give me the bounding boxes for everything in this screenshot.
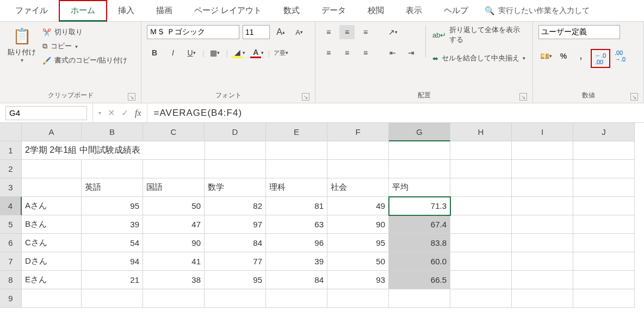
cell[interactable] — [450, 252, 512, 271]
cell[interactable]: 84 — [266, 271, 327, 289]
cell[interactable]: 67.4 — [389, 215, 450, 234]
cell[interactable]: 90 — [327, 215, 389, 234]
tab-page-layout[interactable]: ページ レイアウト — [183, 1, 273, 20]
cell[interactable]: 95 — [327, 234, 389, 252]
cell[interactable] — [82, 289, 143, 308]
percent-button[interactable]: % — [556, 49, 571, 63]
row-header[interactable]: 3 — [0, 178, 22, 197]
row-header[interactable]: 5 — [0, 215, 22, 234]
cell[interactable]: 96 — [266, 234, 327, 252]
cell[interactable] — [205, 160, 266, 178]
cell[interactable] — [512, 234, 573, 252]
cell[interactable]: 94 — [82, 252, 143, 271]
cell[interactable]: 平均 — [389, 178, 450, 197]
tab-insert[interactable]: 挿入 — [107, 1, 145, 20]
cell[interactable] — [512, 141, 573, 160]
cell[interactable]: 83.8 — [389, 234, 450, 252]
cell[interactable] — [573, 141, 635, 160]
cell[interactable] — [512, 197, 573, 215]
cell[interactable] — [573, 178, 635, 197]
cell[interactable] — [450, 234, 512, 252]
cell[interactable] — [22, 178, 82, 197]
cell[interactable] — [573, 271, 635, 289]
formula-dropdown-icon[interactable]: ▾ — [98, 110, 101, 116]
cell[interactable]: 39 — [266, 252, 327, 271]
format-painter-button[interactable]: 🖌️ 書式のコピー/貼り付け — [42, 55, 127, 65]
col-header-B[interactable]: B — [82, 123, 143, 141]
cell[interactable]: 国語 — [143, 178, 205, 197]
name-box[interactable] — [5, 106, 87, 120]
row-header[interactable]: 1 — [0, 141, 22, 160]
cell[interactable] — [327, 160, 389, 178]
tab-review[interactable]: 校閲 — [357, 1, 395, 20]
cell[interactable]: 50 — [143, 197, 205, 215]
cell[interactable] — [573, 160, 635, 178]
cell[interactable] — [450, 271, 512, 289]
cell[interactable]: Cさん — [22, 234, 82, 252]
copy-button[interactable]: ⧉ コピー ▾ — [42, 41, 127, 51]
col-header-J[interactable]: J — [573, 123, 635, 141]
orientation-button[interactable]: ↗▾ — [385, 25, 400, 39]
dialog-launcher-icon[interactable]: ↘ — [302, 93, 309, 101]
cell[interactable]: 54 — [82, 234, 143, 252]
fill-color-button[interactable]: ◢▾ — [231, 46, 246, 60]
border-button[interactable]: ▦▾ — [207, 46, 222, 60]
row-header[interactable]: 7 — [0, 252, 22, 271]
col-header-D[interactable]: D — [205, 123, 266, 141]
cell[interactable] — [205, 289, 266, 308]
phonetic-button[interactable]: ア亜▾ — [273, 46, 288, 60]
row-header[interactable]: 2 — [0, 160, 22, 178]
col-header-I[interactable]: I — [512, 123, 573, 141]
col-header-F[interactable]: F — [327, 123, 389, 141]
cell[interactable] — [573, 234, 635, 252]
align-right-button[interactable]: ≡ — [358, 46, 373, 60]
worksheet[interactable]: A B C D E F G H I J 1 2学期 2年1組 中間試験成績表 2… — [0, 123, 644, 308]
cell[interactable] — [573, 252, 635, 271]
cell[interactable]: 60.0 — [389, 252, 450, 271]
cell[interactable]: 77 — [205, 252, 266, 271]
align-center-button[interactable]: ≡ — [339, 46, 355, 60]
cell[interactable]: 84 — [205, 234, 266, 252]
underline-button[interactable]: U▾ — [184, 46, 199, 60]
col-header-G[interactable]: G — [389, 123, 450, 141]
cell[interactable] — [450, 141, 512, 160]
col-header-A[interactable]: A — [22, 123, 82, 141]
cell[interactable] — [573, 289, 635, 308]
cell[interactable] — [573, 215, 635, 234]
decrease-decimal-button[interactable]: .00→.0 — [612, 49, 628, 63]
tell-me-search[interactable]: 🔍 実行したい作業を入力して — [485, 6, 590, 16]
cell[interactable] — [512, 289, 573, 308]
cell[interactable] — [327, 141, 389, 160]
cell[interactable]: Eさん — [22, 271, 82, 289]
row-header[interactable]: 4 — [0, 197, 22, 215]
cell[interactable]: 38 — [143, 271, 205, 289]
col-header-E[interactable]: E — [266, 123, 327, 141]
cell[interactable]: Dさん — [22, 252, 82, 271]
cancel-icon[interactable]: ✕ — [108, 108, 115, 118]
dialog-launcher-icon[interactable]: ↘ — [519, 93, 527, 101]
cell[interactable]: Bさん — [22, 215, 82, 234]
increase-font-button[interactable]: A▴ — [273, 25, 288, 39]
align-middle-button[interactable]: ≡ — [339, 25, 355, 39]
accounting-format-button[interactable]: 💴▾ — [538, 49, 554, 63]
cell[interactable]: 50 — [327, 252, 389, 271]
cell[interactable]: 95 — [205, 271, 266, 289]
cell[interactable] — [450, 178, 512, 197]
comma-button[interactable]: , — [573, 49, 589, 63]
cell[interactable] — [22, 289, 82, 308]
cell[interactable] — [450, 289, 512, 308]
cell[interactable]: 95 — [82, 197, 143, 215]
cell[interactable]: 66.5 — [389, 271, 450, 289]
cell[interactable] — [512, 160, 573, 178]
wrap-text-button[interactable]: ab↵ 折り返して全体を表示する — [432, 25, 527, 45]
tab-draw[interactable]: 描画 — [145, 1, 183, 20]
font-size-select[interactable] — [243, 25, 270, 39]
enter-icon[interactable]: ✓ — [121, 108, 128, 118]
cell[interactable]: 49 — [327, 197, 389, 215]
tab-data[interactable]: データ — [311, 1, 357, 20]
tab-formulas[interactable]: 数式 — [273, 1, 311, 20]
cell[interactable] — [450, 197, 512, 215]
cell[interactable] — [512, 215, 573, 234]
cell[interactable]: 社会 — [327, 178, 389, 197]
cell[interactable]: 21 — [82, 271, 143, 289]
